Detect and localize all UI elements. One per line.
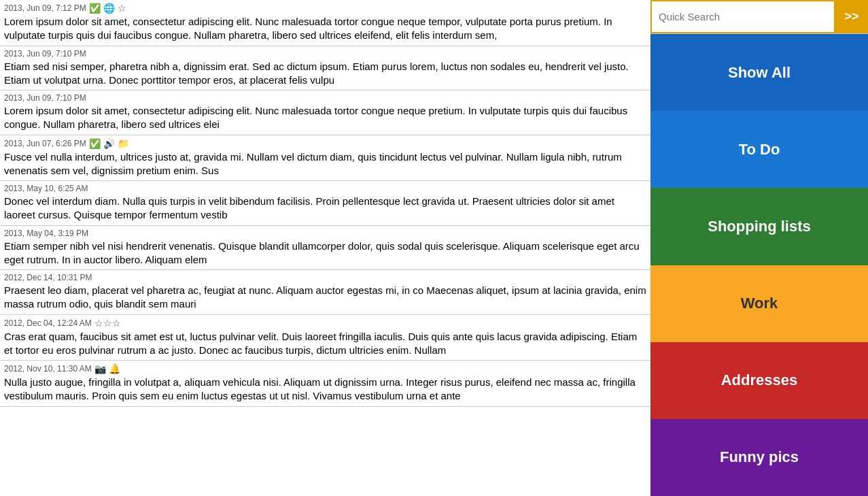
search-button[interactable]: >>	[835, 0, 868, 33]
shopping-lists-button[interactable]: Shopping lists	[650, 188, 868, 265]
note-meta: 2013, Jun 09, 7:10 PM	[4, 93, 646, 103]
note-date: 2013, Jun 09, 7:10 PM	[4, 49, 86, 59]
show-all-button[interactable]: Show All	[650, 34, 868, 111]
note-meta: 2012, Dec 14, 10:31 PM	[4, 273, 646, 282]
note-icon: 📷	[94, 363, 106, 374]
note-text: Donec vel interdum diam. Nulla quis turp…	[4, 195, 646, 222]
note-item[interactable]: 2013, Jun 09, 7:10 PMLorem ipsum dolor s…	[0, 90, 650, 135]
note-item[interactable]: 2012, Dec 14, 10:31 PMPraesent leo diam,…	[0, 270, 650, 315]
note-icon: 🔊	[103, 138, 115, 149]
note-text: Cras erat quam, faucibus sit amet est ut…	[4, 330, 646, 358]
note-text: Etiam semper nibh vel nisi hendrerit ven…	[4, 239, 646, 267]
right-panel: >> Show All To Do Shopping lists Work Ad…	[650, 0, 868, 496]
note-date: 2013, Jun 07, 6:26 PM	[4, 139, 86, 148]
note-meta: 2013, May 10, 6:25 AM	[4, 184, 646, 193]
note-item[interactable]: 2013, May 04, 3:19 PMEtiam semper nibh v…	[0, 226, 650, 271]
note-icon: 🔔	[109, 363, 120, 374]
note-date: 2012, Dec 14, 10:31 PM	[4, 273, 92, 282]
work-button[interactable]: Work	[650, 265, 868, 342]
note-meta: 2013, Jun 09, 7:10 PM	[4, 49, 646, 59]
to-do-button[interactable]: To Do	[650, 111, 868, 188]
note-item[interactable]: 2012, Nov 10, 11:30 AM📷🔔Nulla justo augu…	[0, 361, 650, 407]
note-item[interactable]: 2013, Jun 07, 6:26 PM✅🔊📁Fusce vel nulla …	[0, 135, 650, 182]
note-item[interactable]: 2013, Jun 09, 7:10 PMEtiam sed nisi semp…	[0, 46, 650, 91]
note-icon: 📁	[118, 138, 129, 149]
note-icon: 🌐	[103, 3, 115, 14]
note-date: 2012, Nov 10, 11:30 AM	[4, 364, 92, 374]
note-icon: ✅	[89, 138, 101, 149]
note-text: Praesent leo diam, placerat vel pharetra…	[4, 284, 646, 312]
note-meta: 2012, Dec 04, 12:24 AM☆☆☆	[4, 318, 646, 329]
note-date: 2013, Jun 09, 7:12 PM	[4, 3, 86, 13]
note-date: 2012, Dec 04, 12:24 AM	[4, 318, 92, 328]
note-date: 2013, May 04, 3:19 PM	[4, 229, 88, 238]
search-row: >>	[650, 0, 868, 34]
note-item[interactable]: 2013, May 10, 6:25 AMDonec vel interdum …	[0, 181, 650, 226]
note-meta: 2013, Jun 09, 7:12 PM✅🌐☆	[4, 3, 646, 14]
note-text: Fusce vel nulla interdum, ultrices justo…	[4, 150, 646, 178]
note-meta: 2012, Nov 10, 11:30 AM📷🔔	[4, 363, 646, 374]
note-icon: ☆☆☆	[94, 318, 121, 329]
funny-pics-button[interactable]: Funny pics	[650, 419, 868, 496]
note-text: Nulla justo augue, fringilla in volutpat…	[4, 376, 646, 403]
addresses-button[interactable]: Addresses	[650, 342, 868, 419]
note-icon: ✅	[89, 3, 101, 14]
note-text: Etiam sed nisi semper, pharetra nibh a, …	[4, 60, 646, 88]
note-date: 2013, May 10, 6:25 AM	[4, 184, 88, 193]
note-item[interactable]: 2012, Dec 04, 12:24 AM☆☆☆Cras erat quam,…	[0, 315, 650, 361]
notes-list: 2013, Jun 09, 7:12 PM✅🌐☆Lorem ipsum dolo…	[0, 0, 650, 496]
note-date: 2013, Jun 09, 7:10 PM	[4, 93, 86, 103]
note-meta: 2013, May 04, 3:19 PM	[4, 229, 646, 238]
search-input[interactable]	[650, 0, 835, 33]
menu-buttons: Show All To Do Shopping lists Work Addre…	[650, 34, 868, 496]
note-icon: ☆	[118, 3, 126, 14]
note-text: Lorem ipsum dolor sit amet, consectetur …	[4, 15, 646, 43]
note-text: Lorem ipsum dolor sit amet, consectetur …	[4, 104, 646, 132]
note-item[interactable]: 2013, Jun 09, 7:12 PM✅🌐☆Lorem ipsum dolo…	[0, 0, 650, 46]
note-meta: 2013, Jun 07, 6:26 PM✅🔊📁	[4, 138, 646, 149]
